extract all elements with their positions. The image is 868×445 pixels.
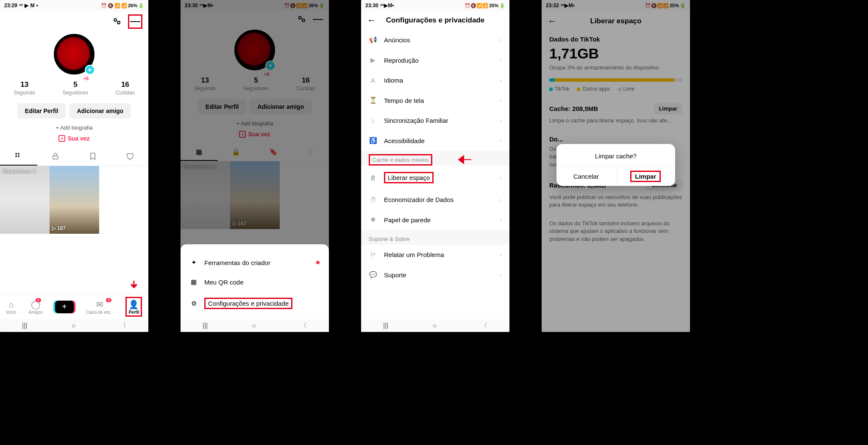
row-economizador[interactable]: ⏱Economizador de Dados› <box>361 190 509 210</box>
hamburger-icon[interactable] <box>130 17 140 27</box>
recents-button[interactable]: ||| <box>22 322 27 329</box>
row-acessibilidade[interactable]: ♿Acessibilidade› <box>361 130 509 151</box>
megaphone-icon: 📢 <box>369 36 377 44</box>
status-time: 23:32 <box>546 3 559 8</box>
section-suporte-header: Suporte & Sobre <box>361 230 509 245</box>
add-bio-button[interactable]: + Add biografia <box>0 124 148 131</box>
wallpaper-icon: ✺ <box>369 216 377 224</box>
row-tempo-tela[interactable]: ⏳Tempo de tela› <box>361 90 509 111</box>
tab-liked[interactable] <box>111 148 149 166</box>
chevron-right-icon: › <box>500 57 502 64</box>
footprints-icon[interactable] <box>297 14 307 25</box>
home-button[interactable]: ○ <box>71 322 75 329</box>
trash-icon: 🗑 <box>369 174 377 181</box>
thumb-video-1[interactable]: ▷167 <box>50 166 99 234</box>
edit-profile-button: Editar Perfil <box>198 99 247 114</box>
svg-point-7 <box>299 17 301 19</box>
back-button[interactable]: 〈 <box>120 321 126 330</box>
add-friend-button: Adicionar amigo <box>250 99 312 114</box>
nav-profile-highlight[interactable]: 👤Perfil <box>125 297 142 317</box>
status-bar: 23:30ⁿᵘ▶M• ⏰🔇📶📶25%🔋 <box>361 0 509 11</box>
add-friend-button[interactable]: Adicionar amigo <box>69 103 131 119</box>
hamburger-icon[interactable] <box>313 14 323 25</box>
back-button[interactable]: 〈 <box>481 321 487 330</box>
screen-3-settings: 23:30ⁿᵘ▶M• ⏰🔇📶📶25%🔋 ← Configurações e pr… <box>361 0 509 332</box>
gauge-icon: ⏱ <box>369 196 377 203</box>
row-anuncios[interactable]: 📢Anúncios› <box>361 30 509 50</box>
nu-icon: ⁿᵘ <box>19 3 23 8</box>
create-icon: + <box>55 301 74 313</box>
chevron-right-icon: › <box>500 216 502 223</box>
cache-clear-button[interactable]: Limpar <box>654 103 682 114</box>
nav-create[interactable]: + <box>55 301 74 313</box>
hourglass-icon: ⏳ <box>369 97 377 104</box>
stat-following[interactable]: 13 Seguindo <box>14 80 35 96</box>
back-button[interactable]: 〈 <box>300 321 307 330</box>
nav-inbox[interactable]: 3✉Caixa de ent... <box>86 299 113 315</box>
thumb-drafts[interactable]: Rascunhos: 1 <box>0 166 50 234</box>
android-nav: ||| ○ 〈 <box>181 319 329 332</box>
footprints-icon[interactable] <box>112 17 122 27</box>
settings-header: ← Configurações e privacidade <box>361 11 509 30</box>
bottom-drawer: ✦ Ferramentas do criador ▦ Meu QR code ⚙… <box>181 244 329 332</box>
youtube-icon: ▶ <box>25 3 28 8</box>
chevron-right-icon: › <box>500 36 502 43</box>
profile-icon: 👤 <box>128 299 139 310</box>
data-title: Dados do TikTok <box>549 36 682 43</box>
edit-profile-button[interactable]: Editar Perfil <box>17 103 66 119</box>
drawer-creator-tools[interactable]: ✦ Ferramentas do criador <box>181 253 329 272</box>
recents-button[interactable]: ||| <box>383 322 388 329</box>
back-arrow-icon[interactable]: ← <box>367 15 376 26</box>
gmail-icon: M <box>30 3 34 8</box>
nav-friends[interactable]: 2◯Amigos <box>28 299 42 315</box>
avatar[interactable]: + <box>54 34 95 75</box>
freespace-header: ← Liberar espaço <box>542 11 690 31</box>
row-idioma[interactable]: AIdioma› <box>361 70 509 90</box>
row-papel-parede[interactable]: ✺Papel de parede› <box>361 210 509 230</box>
row-relatar-problema[interactable]: 🏳Relatar um Problema› <box>361 245 509 265</box>
svg-point-1 <box>117 21 120 24</box>
sua-vez-button[interactable]: + Sua vez <box>0 135 148 142</box>
person-star-icon: ✦ <box>189 259 198 266</box>
avatar-add-button[interactable]: + <box>85 65 95 75</box>
section-cache-header: Cache e dados móveis <box>361 151 509 166</box>
stat-followers[interactable]: +6 5 Seguidores <box>63 80 89 96</box>
svg-rect-2 <box>15 153 17 155</box>
svg-rect-5 <box>18 155 19 157</box>
notification-dot <box>316 261 320 264</box>
cache-desc: Limpe o cache para liberar espaço. Isso … <box>549 117 682 124</box>
rascunhos-desc: Você pode publicar os rascunhos de suas … <box>549 193 682 209</box>
home-button[interactable]: ○ <box>252 322 256 329</box>
modal-cancel-button[interactable]: Cancelar <box>556 167 616 186</box>
chevron-right-icon: › <box>500 137 502 144</box>
home-button[interactable]: ○ <box>432 322 437 329</box>
tab-grid: ▦ <box>181 144 218 161</box>
tab-saved: 🔖 <box>255 144 292 161</box>
storage-legend: TikTok Outros apps Livre <box>549 86 682 92</box>
tab-grid[interactable] <box>0 148 37 166</box>
tab-saved[interactable] <box>74 148 111 166</box>
liberar-highlight: Liberar espaço <box>384 172 434 183</box>
svg-rect-3 <box>18 153 19 155</box>
chevron-right-icon: › <box>500 252 502 258</box>
more-icon: • <box>36 3 38 8</box>
chevron-right-icon: › <box>500 174 502 181</box>
clear-cache-modal: Limpar cache? Cancelar Limpar <box>556 144 675 186</box>
row-familia[interactable]: ⌂Sincronização Familiar› <box>361 111 509 130</box>
profile-tabs <box>0 148 148 166</box>
back-arrow-icon[interactable]: ← <box>548 16 557 27</box>
tab-private[interactable] <box>37 148 75 166</box>
menu-button-highlight <box>128 14 142 29</box>
modal-confirm-button[interactable]: Limpar <box>616 167 676 186</box>
followers-badge: +6 <box>81 75 91 81</box>
drawer-settings-privacy[interactable]: ⚙ Configurações e privacidade <box>181 292 329 315</box>
nav-home[interactable]: ⌂Início <box>6 299 17 315</box>
android-nav: ||| ○ 〈 <box>361 319 509 332</box>
recents-button[interactable]: ||| <box>203 322 208 329</box>
row-reproducao[interactable]: ▶Reprodução› <box>361 50 509 70</box>
row-suporte[interactable]: 💬Suporte› <box>361 265 509 285</box>
row-liberar-espaco[interactable]: 🗑Liberar espaço› <box>361 166 509 190</box>
stat-likes[interactable]: 16 Curtidas <box>116 80 135 96</box>
drawer-qr-code[interactable]: ▦ Meu QR code <box>181 272 329 292</box>
tab-liked: ♡ <box>292 144 329 161</box>
